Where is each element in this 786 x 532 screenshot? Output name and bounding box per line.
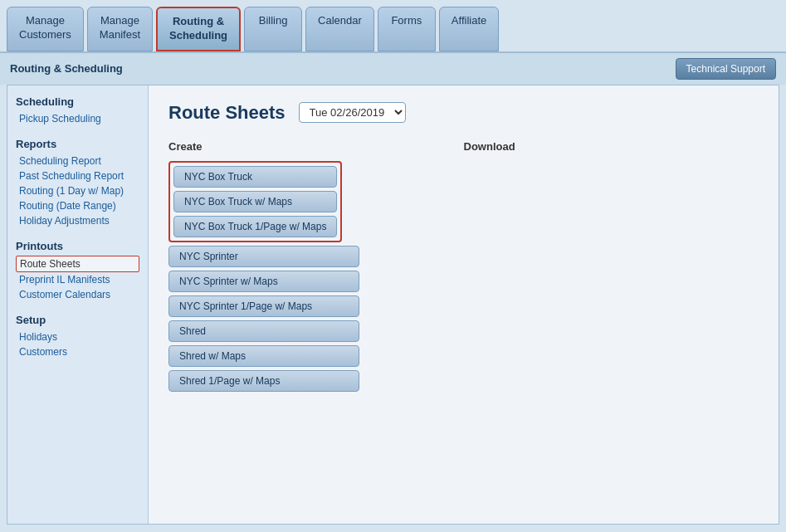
content-header: Route Sheets Tue 02/26/2019 xyxy=(168,102,759,124)
page-title: Route Sheets xyxy=(168,102,286,124)
btn-nyc-sprinter-maps[interactable]: NYC Sprinter w/ Maps xyxy=(168,271,359,292)
sidebar-link-scheduling-report[interactable]: Scheduling Report xyxy=(16,154,139,168)
sidebar-section-scheduling: Scheduling xyxy=(16,95,139,108)
sidebar-link-routing-date-range[interactable]: Routing (Date Range) xyxy=(16,198,139,213)
btn-shred-1page[interactable]: Shred 1/Page w/ Maps xyxy=(168,370,359,392)
tab-manage-customers[interactable]: Manage Customers xyxy=(7,7,84,51)
sidebar-section-reports: Reports xyxy=(16,138,139,150)
sidebar-link-route-sheets[interactable]: Route Sheets xyxy=(16,256,139,272)
tab-affiliate[interactable]: Affiliate xyxy=(439,7,499,51)
btn-nyc-sprinter-1page[interactable]: NYC Sprinter 1/Page w/ Maps xyxy=(168,295,359,317)
highlighted-btn-group: NYC Box Truck NYC Box Truck w/ Maps NYC … xyxy=(168,161,342,242)
sidebar-link-holiday-adjustments[interactable]: Holiday Adjustments xyxy=(16,213,139,228)
sidebar-link-customer-calendars[interactable]: Customer Calendars xyxy=(16,287,139,302)
sidebar-section-printouts: Printouts xyxy=(16,240,139,252)
tab-routing-scheduling[interactable]: Routing & Scheduling xyxy=(156,7,241,51)
date-selector: Tue 02/26/2019 xyxy=(299,102,406,123)
regular-btn-group: NYC Sprinter NYC Sprinter w/ Maps NYC Sp… xyxy=(168,246,359,392)
btn-shred-maps[interactable]: Shred w/ Maps xyxy=(168,345,359,367)
download-section: Download xyxy=(464,140,759,392)
tab-manage-manifest[interactable]: Manage Manifest xyxy=(87,7,153,51)
btn-shred[interactable]: Shred xyxy=(168,320,359,342)
btn-nyc-box-truck-maps[interactable]: NYC Box Truck w/ Maps xyxy=(173,191,337,212)
sidebar-section-setup: Setup xyxy=(16,314,139,326)
sidebar-link-pickup-scheduling[interactable]: Pickup Scheduling xyxy=(16,111,139,126)
sidebar-link-past-scheduling-report[interactable]: Past Scheduling Report xyxy=(16,168,139,183)
tab-forms[interactable]: Forms xyxy=(378,7,436,51)
main-content: Scheduling Pickup Scheduling Reports Sch… xyxy=(7,85,779,525)
date-dropdown[interactable]: Tue 02/26/2019 xyxy=(299,102,406,123)
btn-nyc-box-truck[interactable]: NYC Box Truck xyxy=(173,166,337,188)
sidebar-link-customers[interactable]: Customers xyxy=(16,344,139,359)
sidebar-link-preprint-il-manifests[interactable]: Preprint IL Manifests xyxy=(16,272,139,287)
sidebar: Scheduling Pickup Scheduling Reports Sch… xyxy=(7,85,149,524)
create-download-area: Create NYC Box Truck NYC Box Truck w/ Ma… xyxy=(168,140,759,392)
sub-header-title: Routing & Scheduling xyxy=(10,62,123,75)
tab-calendar[interactable]: Calendar xyxy=(305,7,374,51)
sub-header: Routing & Scheduling Technical Support xyxy=(0,51,786,85)
create-label: Create xyxy=(168,140,464,153)
btn-nyc-sprinter[interactable]: NYC Sprinter xyxy=(168,246,359,267)
btn-nyc-box-truck-1page[interactable]: NYC Box Truck 1/Page w/ Maps xyxy=(173,216,337,237)
sidebar-link-routing-1day[interactable]: Routing (1 Day w/ Map) xyxy=(16,183,139,198)
tab-billing[interactable]: Billing xyxy=(244,7,302,51)
create-section: Create NYC Box Truck NYC Box Truck w/ Ma… xyxy=(168,140,464,392)
content-area: Route Sheets Tue 02/26/2019 Create NYC B… xyxy=(149,85,779,524)
top-nav: Manage Customers Manage Manifest Routing… xyxy=(0,0,786,51)
sidebar-link-holidays[interactable]: Holidays xyxy=(16,329,139,344)
tech-support-button[interactable]: Technical Support xyxy=(676,58,776,80)
download-label: Download xyxy=(464,140,759,153)
